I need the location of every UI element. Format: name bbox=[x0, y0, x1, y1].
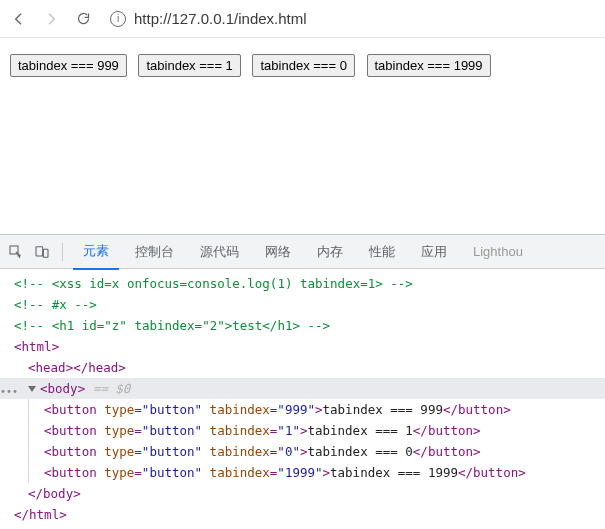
arrow-right-icon bbox=[43, 11, 59, 27]
dom-comment[interactable]: <!-- <h1 id="z" tabindex="2">test</h1> -… bbox=[0, 315, 605, 336]
tab-performance[interactable]: 性能 bbox=[359, 235, 405, 269]
tab-lighthouse[interactable]: Lighthou bbox=[463, 236, 533, 267]
device-icon bbox=[34, 244, 50, 260]
dom-head[interactable]: <head></head> bbox=[0, 357, 605, 378]
tag: </body> bbox=[28, 486, 81, 501]
tree-guide bbox=[28, 441, 29, 462]
dom-body-close[interactable]: </body> bbox=[0, 483, 605, 504]
dom-button-node[interactable]: <button type="button" tabindex="0">tabin… bbox=[0, 441, 605, 462]
reload-icon bbox=[76, 11, 91, 26]
val: "button" bbox=[142, 465, 202, 480]
dom-comment[interactable]: <!-- <xss id=x onfocus=console.log(1) ta… bbox=[0, 273, 605, 294]
tab-elements[interactable]: 元素 bbox=[73, 234, 119, 270]
tag: <head> bbox=[28, 360, 73, 375]
node-text: tabindex === 1 bbox=[307, 423, 412, 438]
val: "1" bbox=[277, 423, 300, 438]
val: "button" bbox=[142, 444, 202, 459]
svg-rect-2 bbox=[43, 249, 48, 257]
tab-sources[interactable]: 源代码 bbox=[190, 235, 249, 269]
arrow-left-icon bbox=[11, 11, 27, 27]
tag: </head> bbox=[73, 360, 126, 375]
tab-memory[interactable]: 内存 bbox=[307, 235, 353, 269]
page-content: tabindex === 999 tabindex === 1 tabindex… bbox=[0, 38, 605, 234]
tree-guide bbox=[28, 399, 29, 420]
attr: tabindex bbox=[210, 423, 270, 438]
node-text: tabindex === 1999 bbox=[330, 465, 458, 480]
browser-toolbar: i http://127.0.0.1/index.html bbox=[0, 0, 605, 38]
tabindex-1999-button[interactable]: tabindex === 1999 bbox=[367, 54, 491, 77]
node-text: tabindex === 999 bbox=[323, 402, 443, 417]
tree-guide bbox=[28, 420, 29, 441]
attr: type bbox=[104, 444, 134, 459]
dom-comment[interactable]: <!-- #x --> bbox=[0, 294, 605, 315]
tabindex-1-button[interactable]: tabindex === 1 bbox=[138, 54, 240, 77]
site-info-icon[interactable]: i bbox=[110, 11, 126, 27]
dom-html-open[interactable]: <html> bbox=[0, 336, 605, 357]
svg-rect-1 bbox=[36, 246, 43, 255]
attr: tabindex bbox=[210, 465, 270, 480]
url-text: http://127.0.0.1/index.html bbox=[134, 10, 307, 27]
attr: type bbox=[104, 402, 134, 417]
tab-application[interactable]: 应用 bbox=[411, 235, 457, 269]
dom-html-close[interactable]: </html> bbox=[0, 504, 605, 525]
inspect-icon bbox=[8, 244, 24, 260]
tabindex-999-button[interactable]: tabindex === 999 bbox=[10, 54, 127, 77]
node-text: tabindex === 0 bbox=[307, 444, 412, 459]
tag: <body> bbox=[40, 381, 85, 396]
reload-button[interactable] bbox=[72, 8, 94, 30]
dom-tree[interactable]: <!-- <xss id=x onfocus=console.log(1) ta… bbox=[0, 269, 605, 529]
dom-body-open[interactable]: ••• <body> == $0 bbox=[0, 378, 605, 399]
tree-guide bbox=[28, 462, 29, 483]
val: "1999" bbox=[277, 465, 322, 480]
tag: </html> bbox=[14, 507, 67, 522]
devtools-panel: 元素 控制台 源代码 网络 内存 性能 应用 Lighthou <!-- <xs… bbox=[0, 234, 605, 529]
inspect-button[interactable] bbox=[6, 242, 26, 262]
back-button[interactable] bbox=[8, 8, 30, 30]
selected-hint: == $0 bbox=[85, 381, 130, 396]
attr: tabindex bbox=[210, 402, 270, 417]
attr: type bbox=[104, 465, 134, 480]
val: "999" bbox=[277, 402, 315, 417]
dom-button-node[interactable]: <button type="button" tabindex="1">tabin… bbox=[0, 420, 605, 441]
val: "button" bbox=[142, 402, 202, 417]
tab-network[interactable]: 网络 bbox=[255, 235, 301, 269]
tabindex-0-button[interactable]: tabindex === 0 bbox=[252, 54, 354, 77]
val: "button" bbox=[142, 423, 202, 438]
tag: <html> bbox=[14, 339, 59, 354]
tab-console[interactable]: 控制台 bbox=[125, 235, 184, 269]
attr: type bbox=[104, 423, 134, 438]
address-bar[interactable]: i http://127.0.0.1/index.html bbox=[104, 10, 597, 27]
dom-button-node[interactable]: <button type="button" tabindex="999">tab… bbox=[0, 399, 605, 420]
val: "0" bbox=[277, 444, 300, 459]
dom-button-node[interactable]: <button type="button" tabindex="1999">ta… bbox=[0, 462, 605, 483]
separator bbox=[62, 243, 63, 261]
forward-button[interactable] bbox=[40, 8, 62, 30]
device-toggle-button[interactable] bbox=[32, 242, 52, 262]
chevron-down-icon[interactable] bbox=[28, 386, 36, 392]
devtools-tabbar: 元素 控制台 源代码 网络 内存 性能 应用 Lighthou bbox=[0, 235, 605, 269]
attr: tabindex bbox=[210, 444, 270, 459]
